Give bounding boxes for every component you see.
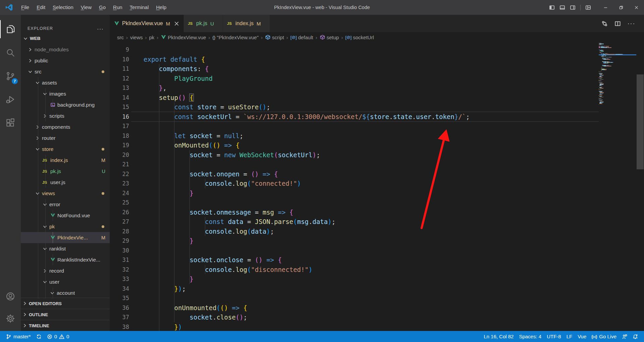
breadcrumb-default[interactable]: [⊘]default: [290, 35, 313, 40]
tree-item-error[interactable]: error: [21, 199, 110, 210]
code-line-22[interactable]: socket.onopen = () => {: [144, 169, 599, 179]
status-go-live[interactable]: Go Live: [589, 331, 619, 342]
activitybar-settings[interactable]: [0, 307, 21, 330]
code-line-32[interactable]: console.log("disconnected!"): [144, 265, 599, 275]
breadcrumb-script[interactable]: script: [265, 35, 284, 40]
code-line-31[interactable]: socket.onclose = () => {: [144, 255, 599, 265]
code-line-24[interactable]: }: [144, 188, 599, 198]
menu-run[interactable]: Run: [109, 0, 126, 15]
code-line-30[interactable]: [144, 246, 599, 255]
tree-item-src[interactable]: src: [21, 66, 110, 77]
tree-item-ranklist[interactable]: ranklist: [21, 243, 110, 254]
customize-layout-icon[interactable]: [585, 5, 591, 10]
tab-index-js[interactable]: JSindex.jsM: [223, 15, 270, 32]
breadcrumb-src[interactable]: src: [117, 35, 124, 40]
code-line-19[interactable]: onMounted(() => {: [144, 140, 599, 150]
toggle-secondary-sidebar-icon[interactable]: [570, 5, 576, 10]
menu-view[interactable]: View: [77, 0, 95, 15]
tree-item-store[interactable]: store: [21, 144, 110, 155]
code-line-18[interactable]: let socket = null;: [144, 131, 599, 141]
breadcrumb-socketurl[interactable]: [⊘]socketUrl: [345, 35, 374, 40]
activitybar-accounts[interactable]: [0, 285, 21, 307]
code-line-17[interactable]: [144, 121, 599, 131]
menu-terminal[interactable]: Terminal: [126, 0, 153, 15]
status-encoding[interactable]: UTF-8: [544, 331, 564, 342]
status-eol[interactable]: LF: [564, 331, 575, 342]
tree-item-index-js[interactable]: JSindex.jsM: [21, 155, 110, 166]
code-line-16[interactable]: const socketUrl = `ws://127.0.0.1:3000/w…: [144, 112, 599, 122]
menu-file[interactable]: File: [17, 0, 33, 15]
status-problems[interactable]: 00: [44, 331, 72, 342]
activitybar-explorer[interactable]: [0, 17, 21, 41]
code-line-12[interactable]: PlayGround: [144, 74, 599, 83]
tree-item-pk[interactable]: pk: [21, 221, 110, 232]
split-editor-icon[interactable]: [614, 20, 621, 27]
status-language-mode[interactable]: Vue: [575, 331, 589, 342]
code-line-26[interactable]: socket.onmessage = msg => {: [144, 208, 599, 217]
code-line-28[interactable]: console.log(data);: [144, 227, 599, 236]
tree-item-background-png[interactable]: background.png: [21, 99, 110, 110]
tree-item-images[interactable]: images: [21, 88, 110, 99]
code-line-10[interactable]: export default {: [144, 55, 599, 64]
explorer-more-actions-icon[interactable]: ···: [97, 27, 104, 31]
code-line-37[interactable]: socket.close();: [144, 312, 599, 322]
tree-item-pkindexvie[interactable]: PkIndexVie...M: [21, 232, 110, 243]
breadcrumb-setup[interactable]: setup: [320, 35, 339, 40]
section-open-editors[interactable]: OPEN EDITORS: [21, 298, 110, 309]
activitybar-search[interactable]: [0, 41, 21, 64]
status-indentation[interactable]: Spaces: 4: [516, 331, 544, 342]
code-line-34[interactable]: });: [144, 284, 599, 294]
close-button[interactable]: [629, 0, 644, 15]
restore-button[interactable]: [613, 0, 629, 15]
section-outline[interactable]: OUTLINE: [21, 309, 110, 320]
open-changes-icon[interactable]: [601, 20, 608, 27]
tree-item-user-js[interactable]: JSuser.js: [21, 177, 110, 188]
close-tab-icon[interactable]: [174, 21, 179, 26]
code-line-38[interactable]: }): [144, 322, 599, 331]
tree-item-views[interactable]: views: [21, 188, 110, 199]
menu-help[interactable]: Help: [152, 0, 170, 15]
tab-pk-js[interactable]: JSpk.jsU: [184, 15, 223, 32]
minimize-button[interactable]: [598, 0, 613, 15]
status-sync[interactable]: [34, 331, 44, 342]
code-line-29[interactable]: }: [144, 236, 599, 246]
editor-scrollbar[interactable]: [636, 42, 644, 331]
code-line-11[interactable]: components: {: [144, 64, 599, 74]
activitybar-extensions[interactable]: [0, 111, 21, 135]
code-line-25[interactable]: [144, 198, 599, 208]
code-line-27[interactable]: const data = JSON.parse(msg.data);: [144, 217, 599, 227]
tree-item-user[interactable]: user: [21, 276, 110, 287]
tree-item-notfound-vue[interactable]: NotFound.vue: [21, 210, 110, 221]
code-line-35[interactable]: [144, 293, 599, 303]
menu-selection[interactable]: Selection: [49, 0, 77, 15]
tree-item-router[interactable]: router: [21, 132, 110, 144]
code-line-20[interactable]: socket = new WebSocket(socketUrl);: [144, 150, 599, 160]
code-line-14[interactable]: setup() {: [144, 93, 599, 103]
tree-item-ranklistindexvie[interactable]: RanklistIndexVie...: [21, 254, 110, 265]
menu-edit[interactable]: Edit: [33, 0, 49, 15]
breadcrumb-pkindexview-vue[interactable]: PkIndexView.vue: [161, 35, 206, 40]
tree-item-components[interactable]: components: [21, 121, 110, 132]
menu-go[interactable]: Go: [95, 0, 109, 15]
tab-pkindexview-vue[interactable]: PkIndexView.vueM: [110, 15, 184, 32]
breadcrumb-pkindexview-vue[interactable]: {}"PkIndexView.vue": [212, 35, 259, 40]
code-line-33[interactable]: }: [144, 274, 599, 284]
code-line-23[interactable]: console.log("connected!"): [144, 179, 599, 188]
tree-item-public[interactable]: public: [21, 55, 110, 66]
code-editor[interactable]: 9101112131415161718192021222324252627282…: [110, 42, 644, 331]
status-feedback[interactable]: [619, 331, 630, 342]
code-line-9[interactable]: [144, 45, 599, 55]
tree-item-account[interactable]: account: [21, 287, 110, 298]
activitybar-run-debug[interactable]: [0, 88, 21, 111]
code-line-36[interactable]: onUnmounted(() => {: [144, 303, 599, 313]
activitybar-source-control[interactable]: 7: [0, 64, 21, 88]
status-git-branch[interactable]: master*: [3, 331, 34, 342]
code-line-15[interactable]: const store = useStore();: [144, 102, 599, 112]
section-timeline[interactable]: TIMELINE: [21, 320, 110, 331]
minimap[interactable]: [599, 42, 636, 331]
status-notifications[interactable]: [630, 331, 641, 342]
toggle-primary-sidebar-icon[interactable]: [549, 5, 555, 10]
breadcrumb-pk[interactable]: pk: [149, 35, 155, 40]
tree-item-assets[interactable]: assets: [21, 77, 110, 88]
tree-item-record[interactable]: record: [21, 265, 110, 276]
